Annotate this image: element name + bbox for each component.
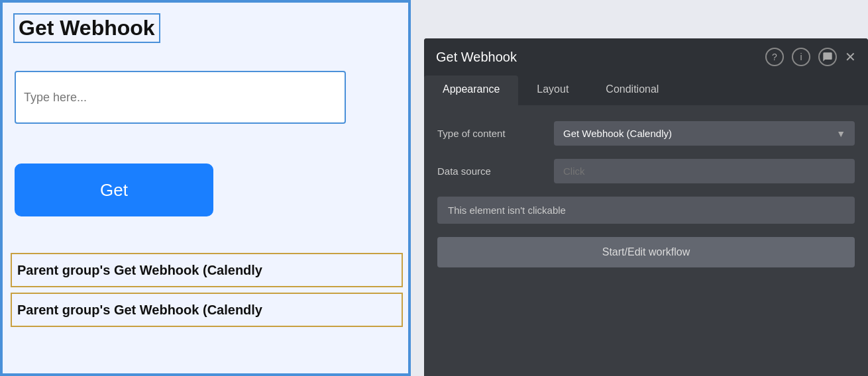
canvas-text-row-1: Parent group's Get Webhook (Calendly	[11, 253, 403, 287]
not-clickable-notice: This element isn't clickable	[437, 197, 855, 224]
canvas-input-wrapper	[15, 71, 346, 124]
help-icon[interactable]: ?	[765, 48, 784, 66]
tab-layout[interactable]: Layout	[518, 75, 587, 105]
tab-conditional[interactable]: Conditional	[587, 75, 677, 105]
canvas-area: Get Webhook Get Parent group's Get Webho…	[0, 0, 411, 376]
data-source-row: Data source	[437, 159, 855, 183]
comment-icon[interactable]	[818, 48, 837, 66]
type-of-content-label: Type of content	[437, 128, 543, 139]
data-source-input[interactable]	[554, 159, 855, 183]
canvas-border-right	[408, 1, 409, 375]
panel-header: Get Webhook ? i ✕	[424, 38, 868, 75]
info-icon[interactable]: i	[792, 48, 810, 66]
close-icon[interactable]: ✕	[845, 49, 856, 65]
canvas-text-row-2: Parent group's Get Webhook (Calendly	[11, 293, 403, 327]
canvas-title: Get Webhook	[13, 13, 160, 43]
canvas-text-input[interactable]	[15, 71, 346, 124]
type-of-content-row: Type of content Get Webhook (Calendly) ▼	[437, 121, 855, 146]
data-source-control	[554, 159, 855, 183]
canvas-border-bottom	[1, 373, 409, 375]
dropdown-arrow-icon: ▼	[836, 128, 845, 139]
canvas-border-top	[1, 1, 409, 3]
type-of-content-control: Get Webhook (Calendly) ▼	[554, 121, 855, 146]
tab-appearance[interactable]: Appearance	[424, 75, 518, 105]
panel-title: Get Webhook	[436, 50, 517, 65]
data-source-label: Data source	[437, 165, 543, 177]
canvas-get-button[interactable]: Get	[15, 164, 213, 216]
panel-content: Type of content Get Webhook (Calendly) ▼…	[424, 105, 868, 376]
settings-panel: Get Webhook ? i ✕ Appearance Layout	[424, 38, 868, 376]
comment-svg	[822, 52, 833, 62]
panel-tabs: Appearance Layout Conditional	[424, 75, 868, 105]
workflow-button[interactable]: Start/Edit workflow	[437, 237, 855, 267]
panel-icon-group: ? i ✕	[765, 48, 856, 66]
canvas-border-left	[1, 1, 3, 375]
type-of-content-dropdown[interactable]: Get Webhook (Calendly) ▼	[554, 121, 855, 146]
